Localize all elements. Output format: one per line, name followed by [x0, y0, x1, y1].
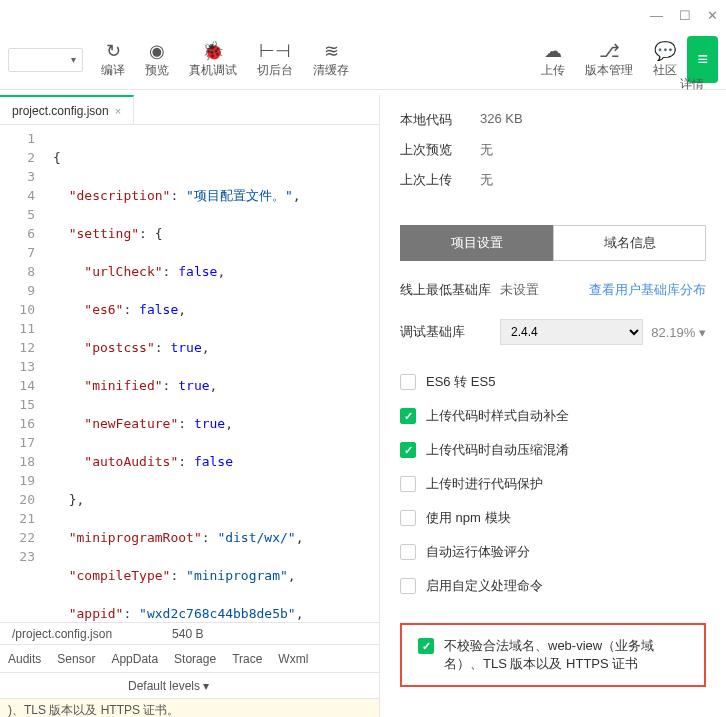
check-auto-audit[interactable]: 自动运行体验评分 — [400, 535, 706, 569]
editor-tabs: project.config.json × — [0, 95, 379, 125]
console-warning: )、TLS 版本以及 HTTPS 证书。 — [0, 698, 379, 717]
compile-button[interactable]: ↻编译 — [91, 36, 135, 83]
debug-button[interactable]: 🐞真机调试 — [179, 36, 247, 83]
bug-icon: 🐞 — [202, 40, 224, 62]
chat-icon: 💬 — [654, 40, 676, 62]
cloud-upload-icon: ☁ — [544, 40, 562, 62]
line-numbers: 1234567891011121314151617181920212223 — [0, 125, 45, 622]
file-size: 540 B — [172, 627, 203, 641]
checkbox-checked-icon[interactable] — [418, 638, 434, 654]
checkbox-icon[interactable] — [400, 510, 416, 526]
tab-close-icon[interactable]: × — [115, 105, 121, 117]
switch-icon: ⊢⊣ — [259, 40, 291, 62]
check-es6[interactable]: ES6 转 ES5 — [400, 365, 706, 399]
switch-background-button[interactable]: ⊢⊣切后台 — [247, 36, 303, 83]
check-style-autofill[interactable]: 上传代码时样式自动补全 — [400, 399, 706, 433]
tab-project-config[interactable]: project.config.json × — [0, 95, 134, 124]
details-panel: 本地代码326 KB 上次预览无 上次上传无 项目设置 域名信息 线上最低基础库… — [380, 95, 726, 717]
info-local-code: 本地代码326 KB — [400, 105, 706, 135]
log-levels-dropdown[interactable]: Default levels ▾ — [128, 679, 209, 693]
console-filter: Default levels ▾ — [0, 672, 379, 698]
titlebar: — ☐ ✕ — [0, 0, 726, 30]
branch-icon: ⎇ — [599, 40, 620, 62]
devtools-tabs: Audits Sensor AppData Storage Trace Wxml — [0, 644, 379, 672]
status-bar: /project.config.json 540 B — [0, 622, 379, 644]
refresh-icon: ↻ — [106, 40, 121, 62]
debug-lib-select[interactable]: 2.4.4 — [500, 319, 643, 345]
version-button[interactable]: ⎇版本管理 — [575, 36, 643, 83]
tab-domain-info[interactable]: 域名信息 — [553, 225, 706, 261]
tab-label: project.config.json — [12, 104, 109, 118]
check-no-verify-domain[interactable]: 不校验合法域名、web-view（业务域名）、TLS 版本以及 HTTPS 证书 — [418, 637, 688, 673]
upload-button[interactable]: ☁上传 — [531, 36, 575, 83]
check-auto-compress[interactable]: 上传代码时自动压缩混淆 — [400, 433, 706, 467]
checkbox-checked-icon[interactable] — [400, 442, 416, 458]
tab-audits[interactable]: Audits — [8, 652, 41, 666]
code-editor[interactable]: 1234567891011121314151617181920212223 { … — [0, 125, 379, 622]
tab-trace[interactable]: Trace — [232, 652, 262, 666]
info-last-preview: 上次预览无 — [400, 135, 706, 165]
tab-storage[interactable]: Storage — [174, 652, 216, 666]
editor-panel: project.config.json × 123456789101112131… — [0, 95, 380, 717]
eye-icon: ◉ — [149, 40, 165, 62]
tab-appdata[interactable]: AppData — [111, 652, 158, 666]
clear-cache-button[interactable]: ≋清缓存 — [303, 36, 359, 83]
close-button[interactable]: ✕ — [707, 8, 718, 23]
debug-base-lib-row: 调试基础库 2.4.4 82.19% ▾ — [380, 309, 726, 355]
checkbox-icon[interactable] — [400, 544, 416, 560]
mode-dropdown[interactable] — [8, 48, 83, 72]
code-content: { "description": "项目配置文件。", "setting": {… — [45, 125, 379, 622]
view-distribution-link[interactable]: 查看用户基础库分布 — [589, 281, 706, 299]
check-npm[interactable]: 使用 npm 模块 — [400, 501, 706, 535]
details-label: 详情 — [680, 76, 704, 93]
tab-sensor[interactable]: Sensor — [57, 652, 95, 666]
checkbox-icon[interactable] — [400, 578, 416, 594]
check-code-protect[interactable]: 上传时进行代码保护 — [400, 467, 706, 501]
checkbox-icon[interactable] — [400, 374, 416, 390]
stack-icon: ≋ — [324, 40, 339, 62]
segment-tabs: 项目设置 域名信息 — [380, 215, 726, 271]
online-base-lib-row: 线上最低基础库 未设置 查看用户基础库分布 — [380, 271, 726, 309]
maximize-button[interactable]: ☐ — [679, 8, 691, 23]
tab-wxml[interactable]: Wxml — [278, 652, 308, 666]
check-custom-cmd[interactable]: 启用自定义处理命令 — [400, 569, 706, 603]
checkbox-checked-icon[interactable] — [400, 408, 416, 424]
info-last-upload: 上次上传无 — [400, 165, 706, 195]
debug-lib-pct: 82.19% ▾ — [651, 325, 706, 340]
checkbox-icon[interactable] — [400, 476, 416, 492]
tab-project-settings[interactable]: 项目设置 — [400, 225, 553, 261]
no-check-domain-box: 不校验合法域名、web-view（业务域名）、TLS 版本以及 HTTPS 证书 — [400, 623, 706, 687]
minimize-button[interactable]: — — [650, 8, 663, 23]
preview-button[interactable]: ◉预览 — [135, 36, 179, 83]
menu-icon: ≡ — [697, 49, 708, 71]
file-path: /project.config.json — [12, 627, 112, 641]
